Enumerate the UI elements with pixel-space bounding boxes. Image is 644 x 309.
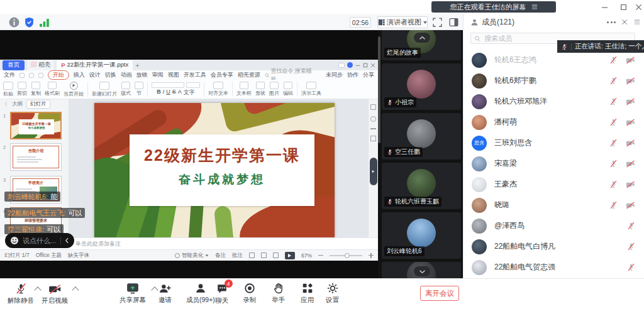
wps-menu-transition[interactable]: 切换 bbox=[105, 71, 116, 79]
side-panel-toggle-icon[interactable] bbox=[449, 18, 458, 27]
ribbon-new-slide-button[interactable]: 新建幻灯片 bbox=[92, 82, 117, 97]
bold-button[interactable]: B bbox=[157, 89, 161, 97]
video-tile[interactable]: 轮机六班曹玉麒 bbox=[382, 163, 461, 209]
font-color-button[interactable]: A bbox=[178, 89, 182, 97]
ribbon-layout-button[interactable]: 版式 bbox=[121, 82, 131, 97]
minimize-button[interactable] bbox=[596, 3, 613, 12]
wps-undo-icon[interactable] bbox=[29, 73, 34, 78]
network-signal-icon[interactable] bbox=[39, 17, 50, 28]
member-row[interactable]: 22船舶电气白博凡 bbox=[463, 236, 644, 257]
ribbon-shape-button[interactable]: 形状 bbox=[255, 82, 265, 97]
wps-menu-member[interactable]: 会员专享 bbox=[211, 71, 233, 79]
member-row[interactable]: 王豪杰 bbox=[463, 174, 644, 195]
toolbar-invite[interactable]: 邀请 bbox=[158, 283, 172, 305]
view-sorter-icon[interactable] bbox=[261, 252, 267, 258]
toolbar-start-video[interactable]: 开启视频 bbox=[42, 283, 68, 305]
slide-thumbnail-1[interactable]: 22级新生开学第一课 奋斗成就梦想 bbox=[10, 112, 62, 139]
ribbon-paste-button[interactable]: 粘贴 bbox=[3, 82, 13, 97]
video-tile[interactable]: 刘云峰轮机6 bbox=[382, 212, 461, 259]
wps-menu-home[interactable]: 开始 bbox=[48, 70, 69, 80]
zoom-in-button[interactable] bbox=[369, 253, 374, 258]
tab-slides[interactable]: 幻灯片 bbox=[26, 100, 50, 109]
tab-outline[interactable]: 大纲 bbox=[12, 100, 23, 108]
wps-menu-review[interactable]: 审阅 bbox=[152, 71, 164, 79]
ribbon-edit-button[interactable]: 编辑 bbox=[283, 82, 293, 97]
wps-restore-icon[interactable] bbox=[363, 63, 368, 68]
wps-close-icon[interactable] bbox=[370, 63, 375, 68]
ribbon-textbox-button[interactable]: 文本框 bbox=[236, 82, 252, 97]
emoji-icon[interactable] bbox=[10, 236, 19, 245]
toolbar-apps[interactable]: 应用 bbox=[301, 283, 314, 305]
collapse-pane-icon[interactable] bbox=[4, 101, 8, 107]
member-row[interactable]: 思含 三班刘思含 bbox=[463, 133, 644, 153]
toolbar-record[interactable]: 录制 bbox=[243, 283, 256, 305]
wps-menu-animation[interactable]: 动画 bbox=[121, 71, 132, 79]
ribbon-play-from-page-button[interactable]: 当页开始 bbox=[64, 82, 84, 97]
wps-menu-file[interactable]: 文件 bbox=[4, 71, 15, 79]
view-normal-icon[interactable] bbox=[249, 252, 255, 258]
wps-save-icon[interactable] bbox=[19, 73, 25, 78]
wps-menu-design[interactable]: 设计 bbox=[89, 71, 101, 79]
close-button[interactable] bbox=[630, 3, 644, 12]
member-row[interactable]: 潘柯萌 bbox=[463, 112, 644, 133]
ribbon-font-group[interactable]: B I U S A 文字 bbox=[152, 82, 200, 97]
wps-document-tab[interactable]: P22新生开学第一课.pptx bbox=[57, 60, 133, 70]
fullscreen-icon[interactable] bbox=[433, 18, 442, 27]
toolbar-unmute[interactable]: 解除静音 bbox=[8, 283, 34, 305]
more-options-icon[interactable] bbox=[607, 21, 616, 23]
chat-quick-input[interactable]: 说点什么... bbox=[5, 233, 74, 248]
member-row[interactable]: 轮机六班邓旭洋 bbox=[463, 91, 644, 112]
wps-sync-status[interactable]: 未同步 bbox=[326, 71, 343, 79]
wps-minimize-icon[interactable] bbox=[355, 63, 360, 68]
toolbar-share-screen[interactable]: 共享屏幕 bbox=[119, 283, 146, 305]
status-missing-fonts[interactable]: 缺失字体 bbox=[68, 252, 89, 259]
wps-redo-icon[interactable] bbox=[38, 73, 43, 78]
wps-menu-insert[interactable]: 插入 bbox=[74, 71, 85, 79]
status-beautify-button[interactable]: 智能美化 bbox=[175, 252, 209, 259]
view-reading-icon[interactable] bbox=[273, 252, 279, 258]
slideshow-play-button[interactable] bbox=[285, 252, 295, 259]
collapse-chat-icon[interactable] bbox=[65, 237, 69, 244]
strip-scroll-down-button[interactable] bbox=[414, 266, 430, 276]
ribbon-presenter-tools-button[interactable]: 演示工具 bbox=[301, 82, 321, 97]
toolbar-raise-hand[interactable]: 举手 bbox=[272, 283, 285, 305]
close-panel-icon[interactable] bbox=[621, 19, 628, 25]
wps-menu-view[interactable]: 视图 bbox=[168, 71, 179, 79]
zoom-slider[interactable] bbox=[330, 255, 362, 256]
member-row[interactable]: @泽西岛 bbox=[463, 215, 644, 236]
status-zoom-level[interactable]: 67% bbox=[301, 252, 312, 259]
wps-collab-button[interactable]: 协作 bbox=[347, 71, 358, 79]
wps-menu-docer-res[interactable]: 稻壳资源 bbox=[238, 71, 260, 79]
wps-docer-tab[interactable]: ▨ 稻壳 bbox=[27, 60, 54, 70]
wps-home-tab[interactable]: 首页 bbox=[3, 60, 25, 70]
slide-nav-handle[interactable] bbox=[370, 158, 377, 185]
strike-button[interactable]: S bbox=[172, 89, 176, 97]
maximize-button[interactable] bbox=[615, 3, 631, 12]
member-row[interactable]: 22船舶电气贺志强 bbox=[463, 257, 644, 278]
chat-input-placeholder[interactable]: 说点什么... bbox=[23, 236, 57, 246]
video-tile[interactable]: 小祖宗 bbox=[382, 63, 461, 110]
slide-thumbnail-2[interactable]: 自我介绍 bbox=[10, 143, 62, 171]
video-tile[interactable]: 空三任鹏 bbox=[382, 113, 461, 160]
strip-scrollbar[interactable] bbox=[378, 36, 380, 143]
text-effects-button[interactable]: 文字 bbox=[184, 89, 195, 97]
wps-menu-devtools[interactable]: 开发工具 bbox=[184, 71, 206, 79]
toolbar-settings[interactable]: 设置 bbox=[326, 283, 339, 305]
ribbon-cut-button[interactable]: 剪切 bbox=[17, 82, 27, 97]
font-name-box[interactable] bbox=[152, 82, 184, 88]
wps-layout-icon[interactable] bbox=[338, 63, 345, 68]
hamburger-menu-icon[interactable] bbox=[531, 4, 538, 10]
ribbon-picture-button[interactable]: 图片 bbox=[269, 82, 279, 97]
underline-button[interactable]: U bbox=[166, 89, 170, 97]
wps-menu-slideshow[interactable]: 放映 bbox=[136, 71, 148, 79]
zoom-out-button[interactable] bbox=[318, 255, 323, 256]
ribbon-align-text-button[interactable]: 对齐文本 bbox=[208, 82, 228, 97]
font-size-box[interactable] bbox=[186, 82, 200, 88]
ribbon-section-button[interactable]: 节 bbox=[135, 82, 143, 97]
wps-new-tab-button[interactable]: + bbox=[135, 62, 139, 69]
ribbon-format-painter-button[interactable]: 格式刷 bbox=[45, 82, 60, 97]
meeting-info-icon[interactable] bbox=[9, 17, 19, 28]
status-comments-button[interactable]: 批注 bbox=[232, 252, 243, 259]
ribbon-copy-button[interactable]: 复制 bbox=[31, 82, 41, 97]
italic-button[interactable]: I bbox=[163, 89, 165, 97]
